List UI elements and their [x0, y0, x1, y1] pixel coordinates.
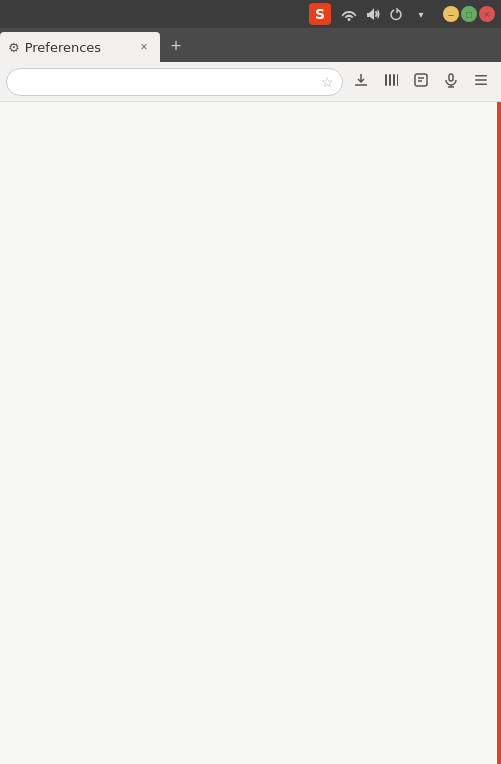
star-icon: ☆: [321, 74, 334, 90]
orange-border: [497, 102, 501, 764]
tab-preferences[interactable]: ⚙ Preferences ×: [0, 32, 160, 62]
hamburger-icon: [473, 72, 489, 91]
dropdown-icon[interactable]: ▾: [411, 4, 431, 24]
soup-logo: S: [309, 3, 331, 25]
tab-label: Preferences: [25, 40, 131, 55]
page-content: [0, 102, 497, 764]
minimize-button[interactable]: –: [443, 6, 459, 22]
svg-rect-0: [385, 74, 387, 86]
library-icon: [383, 72, 399, 91]
reader-icon: [413, 72, 429, 91]
menu-button[interactable]: [467, 68, 495, 96]
address-bar-container[interactable]: ☆: [6, 68, 343, 96]
new-tab-button[interactable]: +: [162, 32, 190, 60]
tab-icon: ⚙: [8, 40, 20, 55]
reader-view-button[interactable]: [407, 68, 435, 96]
tab-close-button[interactable]: ×: [136, 39, 152, 55]
sound-icon: [363, 4, 383, 24]
bookmark-button[interactable]: ☆: [321, 74, 334, 90]
titlebar: S ▾ – □ ×: [0, 0, 501, 28]
tabbar: ⚙ Preferences × +: [0, 28, 501, 62]
svg-rect-2: [393, 74, 395, 86]
svg-rect-5: [449, 74, 453, 81]
svg-rect-1: [389, 74, 391, 86]
svg-rect-6: [475, 75, 487, 77]
wifi-icon: [339, 4, 359, 24]
svg-rect-4: [415, 74, 427, 86]
navbar: ☆: [0, 62, 501, 102]
svg-rect-7: [475, 79, 487, 81]
mic-button[interactable]: [437, 68, 465, 96]
address-input[interactable]: [15, 74, 317, 89]
close-button[interactable]: ×: [479, 6, 495, 22]
navbar-right-buttons: [347, 68, 495, 96]
power-icon: [387, 4, 407, 24]
content-area: [0, 102, 501, 764]
library-button[interactable]: [377, 68, 405, 96]
svg-rect-3: [397, 74, 398, 86]
svg-rect-8: [475, 84, 487, 86]
downloads-button[interactable]: [347, 68, 375, 96]
maximize-button[interactable]: □: [461, 6, 477, 22]
download-icon: [353, 72, 369, 91]
microphone-icon: [443, 72, 459, 91]
